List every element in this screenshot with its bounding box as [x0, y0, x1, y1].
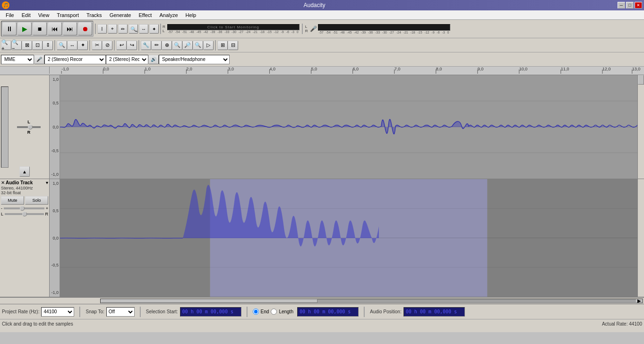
envelope-tool-button[interactable]: ⌖ [108, 24, 117, 34]
playback-meter[interactable]: Click to Start Monitoring -57-54-51-48-4… [167, 24, 300, 34]
track2-header: ✕ Audio Track ▾ [1, 180, 48, 185]
stop-button[interactable]: ■ [33, 22, 47, 35]
svg-text:5,0: 5,0 [311, 67, 318, 71]
extra-btn2[interactable]: ⊟ [228, 41, 238, 50]
pause-button[interactable]: ⏸ [2, 22, 17, 35]
project-rate-label: Project Rate (Hz): [2, 309, 39, 314]
track2-vscroll[interactable] [637, 179, 644, 297]
draw-samples-button[interactable]: ✏ [151, 41, 162, 50]
recording-device-select[interactable]: 2 (Stereo) Recor [44, 55, 106, 64]
silence-button[interactable]: ⊘ [102, 41, 112, 50]
separator-6 [114, 40, 115, 51]
svg-text:-1,0: -1,0 [61, 67, 69, 71]
menu-item-generate[interactable]: Generate [106, 11, 135, 19]
menu-item-edit[interactable]: Edit [18, 11, 34, 19]
cursor-tool-button[interactable]: I [97, 24, 107, 34]
audio-position-value[interactable]: 00 h 00 m 00,000 s [404, 307, 465, 317]
zoom-out-button[interactable]: 🔍− [11, 41, 22, 50]
track2-gain-track[interactable] [4, 207, 44, 209]
timeshift-tool-button[interactable]: ↔ [139, 24, 148, 34]
close-button[interactable]: ✕ [635, 2, 642, 9]
svg-text:10,0: 10,0 [519, 67, 528, 71]
actual-rate-text: Actual Rate: 44100 [602, 321, 642, 327]
channel-select[interactable]: 2 (Stereo) Recor [106, 55, 148, 64]
track1-waveform[interactable] [60, 75, 637, 179]
track1-vscroll[interactable] [637, 75, 644, 179]
track1-y-top: 1,0 [51, 77, 59, 82]
menu-item-view[interactable]: View [34, 11, 53, 19]
track2-container: ✕ Audio Track ▾ Stereo, 44100Hz 32-bit f… [0, 179, 644, 297]
play-cut-button[interactable]: ▷ [203, 41, 214, 50]
timeline-empty-area [0, 67, 50, 74]
track2-gain-thumb[interactable] [20, 206, 25, 211]
scrollbar-thumb[interactable] [101, 299, 318, 303]
multi-tool-button[interactable]: ✦ [149, 24, 159, 34]
track1-pan-track [17, 126, 41, 128]
status-left-text: Click and drag to edit the samples [2, 321, 73, 327]
track1-pan-thumb[interactable] [28, 125, 33, 129]
maximize-button[interactable]: □ [626, 2, 634, 9]
horizontal-scrollbar[interactable]: ▶ [0, 297, 644, 304]
svg-text:9,0: 9,0 [478, 67, 484, 71]
audio-position-label: Audio Position: [370, 309, 402, 314]
snap-button[interactable]: 🔧 [141, 41, 151, 50]
track2-dropdown-button[interactable]: ▾ [46, 180, 48, 185]
audio-host-select[interactable]: MME [1, 55, 34, 64]
menu-bar: FileEditViewTransportTracksGenerateEffec… [0, 10, 644, 20]
track1-gain-area: L R [1, 76, 48, 178]
snap-to-select[interactable]: Off [106, 307, 135, 317]
track2-close-button[interactable]: ✕ [1, 180, 5, 185]
track2-pan-track[interactable] [5, 213, 43, 215]
zoom-selection-out-button[interactable]: ↔ [67, 41, 77, 50]
track1-collapse-button[interactable]: ▲ [19, 166, 30, 177]
project-rate-select[interactable]: 44100 [41, 307, 74, 317]
menu-item-transport[interactable]: Transport [53, 11, 83, 19]
zoom-sel2-button[interactable]: 🔍 [193, 41, 203, 50]
selection-start-value[interactable]: 00 h 00 m 00,000 s [180, 307, 241, 317]
track1-y-half: 0,5 [51, 101, 59, 105]
track2-solo-button[interactable]: Solo [25, 196, 48, 205]
zoom-toggle-button[interactable]: ⇕ [43, 41, 53, 50]
menu-item-help[interactable]: Help [182, 11, 200, 19]
scrollbar-track[interactable]: ▶ [100, 299, 643, 303]
record-button[interactable]: ⏺ [78, 22, 92, 35]
track2-waveform[interactable] [60, 179, 637, 297]
zoom-in2-button[interactable]: 🔍 [172, 41, 182, 50]
menu-item-effect[interactable]: Effect [135, 11, 156, 19]
zoom-norm-button[interactable]: ⊕ [162, 41, 172, 50]
window-controls[interactable]: ─ □ ✕ [618, 2, 642, 9]
play-button[interactable]: ▶ [17, 22, 32, 35]
minimize-button[interactable]: ─ [618, 2, 625, 9]
fit-project-button[interactable]: ⊠ [22, 41, 32, 50]
selection-end-value[interactable]: 00 h 00 m 00,000 s [297, 307, 359, 317]
length-label: Length [279, 309, 293, 314]
track2-name: Audio Track [6, 180, 45, 185]
multi-select-button[interactable]: ✦ [77, 41, 88, 50]
menu-item-file[interactable]: File [2, 11, 18, 19]
speaker-small-icon: 🔊 [148, 55, 159, 64]
zoom-selection-button[interactable]: 🔍 [57, 41, 67, 50]
playback-device-select[interactable]: Speaker/Headphone [159, 55, 230, 64]
menu-item-analyze[interactable]: Analyze [155, 11, 181, 19]
zoom-tool-button[interactable]: 🔍+ [129, 24, 138, 34]
scroll-right-button[interactable]: ▶ [636, 299, 643, 303]
zoom-out2-button[interactable]: 🔎 [182, 41, 193, 50]
menu-item-tracks[interactable]: Tracks [83, 11, 106, 19]
trim-button[interactable]: ✂ [92, 41, 102, 50]
fast-forward-button[interactable]: ⏭ [63, 22, 77, 35]
svg-text:3,0: 3,0 [228, 67, 234, 71]
extra-btn1[interactable]: ⊞ [217, 41, 228, 50]
vscroll-thumb[interactable] [638, 75, 644, 85]
svg-text:12,0: 12,0 [602, 67, 611, 71]
redo-button[interactable]: ↪ [127, 41, 137, 50]
length-radio[interactable] [271, 309, 277, 315]
end-radio[interactable] [253, 309, 259, 315]
zoom-in-button[interactable]: 🔍+ [1, 41, 11, 50]
track2-waveform-svg [60, 179, 637, 297]
track2-mute-button[interactable]: Mute [1, 196, 24, 205]
draw-tool-button[interactable]: ✏ [118, 24, 128, 34]
fit-track-button[interactable]: ⊡ [32, 41, 43, 50]
track2-pan-thumb[interactable] [22, 212, 27, 216]
undo-button[interactable]: ↩ [116, 41, 127, 50]
rewind-button[interactable]: ⏮ [48, 22, 62, 35]
